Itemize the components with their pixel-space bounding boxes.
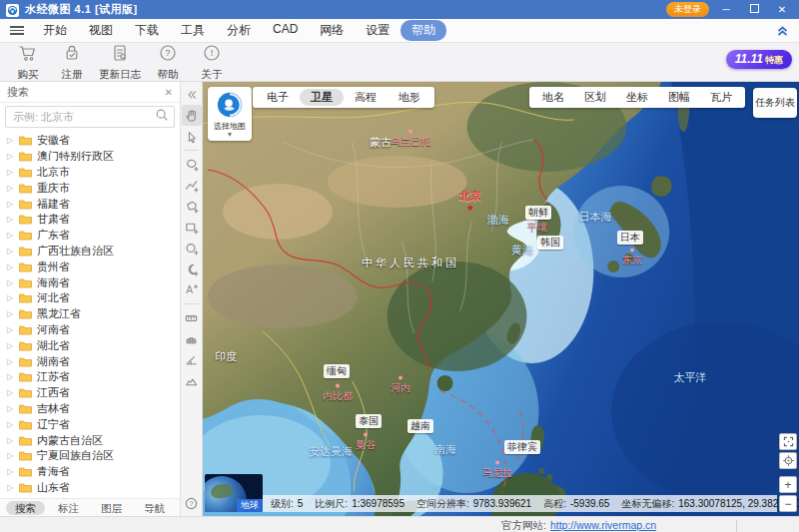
search-icon[interactable] [155,108,169,126]
task-list-button[interactable]: 任务列表 [753,88,797,118]
ribbon-button-更新日志[interactable]: 更新日志 [94,43,146,82]
menu-item-分析[interactable]: 分析 [216,20,262,41]
overlay-toggle-瓦片[interactable]: 瓦片 [700,89,742,106]
tree-item-province[interactable]: ▷广东省 [0,228,180,244]
tree-item-province[interactable]: ▷广西壮族自治区 [0,244,180,260]
base-tab-高程[interactable]: 高程 [344,89,388,106]
tree-item-province[interactable]: ▷黑龙江省 [0,306,180,322]
tree-item-province[interactable]: ▷河南省 [0,322,180,338]
tree-expand-arrow-icon[interactable]: ▷ [7,404,14,413]
elevation-profile-icon[interactable] [182,370,202,391]
close-button[interactable]: ✕ [771,0,793,19]
ribbon-button-关于[interactable]: !关于 [190,43,234,82]
tree-item-province[interactable]: ▷湖北省 [0,337,180,353]
overlay-toggle-地名[interactable]: 地名 [532,89,574,106]
menu-item-下载[interactable]: 下载 [124,20,170,41]
collapse-left-icon[interactable] [182,84,202,105]
menu-item-网络[interactable]: 网络 [309,20,355,41]
sidebar-tab-标注[interactable]: 标注 [49,501,88,515]
fullscreen-icon[interactable] [779,433,797,450]
tree-expand-arrow-icon[interactable]: ▷ [7,231,14,240]
pan-hand-icon[interactable] [182,105,202,126]
tree-item-province[interactable]: ▷吉林省 [0,401,180,417]
tree-expand-arrow-icon[interactable]: ▷ [7,200,14,209]
draw-rectangle-icon[interactable] [182,217,202,238]
measure-distance-icon[interactable] [182,307,202,328]
zoom-out-button[interactable]: − [779,495,797,512]
overlay-toggle-区划[interactable]: 区划 [574,89,616,106]
locate-icon[interactable] [779,452,797,469]
satellite-map-canvas[interactable] [203,82,799,516]
zoom-in-button[interactable]: + [779,476,797,493]
minimize-button[interactable]: ─ [715,0,737,19]
tree-item-province[interactable]: ▷江苏省 [0,369,180,385]
hamburger-icon[interactable] [10,26,24,35]
tree-item-province[interactable]: ▷山东省 [0,480,180,496]
menu-item-工具[interactable]: 工具 [170,20,216,41]
sidebar-tab-搜索[interactable]: 搜索 [6,501,45,515]
tree-expand-arrow-icon[interactable]: ▷ [7,325,14,334]
draw-freehand-icon[interactable] [182,154,202,175]
ribbon-button-注册[interactable]: 注册 [50,43,94,82]
tree-item-province[interactable]: ▷内蒙古自治区 [0,432,180,448]
tree-item-province[interactable]: ▷宁夏回族自治区 [0,448,180,464]
help-icon[interactable]: ? [182,493,202,514]
add-text-icon[interactable]: A [182,279,202,300]
tree-expand-arrow-icon[interactable]: ▷ [7,341,14,350]
tree-expand-arrow-icon[interactable]: ▷ [7,309,14,318]
base-tab-卫星[interactable]: 卫星 [300,89,344,106]
tree-expand-arrow-icon[interactable]: ▷ [7,247,14,256]
tree-item-province[interactable]: ▷海南省 [0,274,180,290]
tree-expand-arrow-icon[interactable]: ▷ [7,467,14,476]
sidebar-tab-导航[interactable]: 导航 [135,501,174,515]
tree-item-province[interactable]: ▷河北省 [0,290,180,306]
ribbon-button-帮助[interactable]: ?帮助 [146,43,190,82]
draw-arc-icon[interactable] [182,259,202,279]
tree-item-province[interactable]: ▷重庆市 [0,180,180,196]
tree-item-province[interactable]: ▷北京市 [0,165,180,181]
tree-expand-arrow-icon[interactable]: ▷ [7,293,14,302]
tree-item-province[interactable]: ▷青海省 [0,464,180,480]
tree-expand-arrow-icon[interactable]: ▷ [7,184,14,193]
tree-expand-arrow-icon[interactable]: ▷ [7,372,14,381]
map-source-button[interactable]: 选择地图 ▼ [208,87,252,141]
measure-angle-icon[interactable] [182,349,202,370]
base-tab-地形[interactable]: 地形 [388,89,431,106]
tree-expand-arrow-icon[interactable]: ▷ [7,451,14,460]
overlay-toggle-坐标[interactable]: 坐标 [616,89,658,106]
tree-expand-arrow-icon[interactable]: ▷ [7,388,14,397]
draw-polyline-icon[interactable] [182,175,202,196]
tree-item-province[interactable]: ▷辽宁省 [0,416,180,432]
tree-item-province[interactable]: ▷江西省 [0,385,180,401]
menu-item-视图[interactable]: 视图 [78,20,124,41]
ribbon-collapse-icon[interactable] [776,23,789,41]
promo-badge[interactable]: 11.11 特惠 [726,50,792,69]
tree-expand-arrow-icon[interactable]: ▷ [7,168,14,177]
tree-expand-arrow-icon[interactable]: ▷ [7,420,14,429]
tree-expand-arrow-icon[interactable]: ▷ [7,278,14,287]
menu-item-开始[interactable]: 开始 [32,20,78,41]
menu-item-帮助[interactable]: 帮助 [400,20,446,41]
tree-expand-arrow-icon[interactable]: ▷ [7,136,14,145]
login-status-badge[interactable]: 未登录 [666,2,709,17]
tree-item-province[interactable]: ▷安徽省 [0,133,180,149]
sidebar-tab-图层[interactable]: 图层 [92,501,131,515]
ribbon-button-购买[interactable]: 购买 [6,43,50,82]
select-cursor-icon[interactable] [182,126,202,147]
official-site-link[interactable]: http://www.rivermap.cn [550,519,656,532]
tree-item-province[interactable]: ▷澳门特别行政区 [0,149,180,165]
tree-expand-arrow-icon[interactable]: ▷ [7,263,14,271]
overlay-toggle-图幅[interactable]: 图幅 [658,89,700,106]
tree-expand-arrow-icon[interactable]: ▷ [7,483,14,492]
measure-area-icon[interactable] [182,328,202,349]
tree-item-province[interactable]: ▷湖南省 [0,353,180,369]
tree-expand-arrow-icon[interactable]: ▷ [7,357,14,366]
draw-polygon-icon[interactable] [182,196,202,217]
tree-expand-arrow-icon[interactable]: ▷ [7,152,14,161]
menu-item-设置[interactable]: 设置 [355,20,400,41]
menu-item-CAD[interactable]: CAD [262,20,309,41]
maximize-button[interactable] [743,0,765,19]
tree-expand-arrow-icon[interactable]: ▷ [7,215,14,224]
tree-expand-arrow-icon[interactable]: ▷ [7,436,14,445]
panel-close-icon[interactable]: ✕ [165,87,173,98]
